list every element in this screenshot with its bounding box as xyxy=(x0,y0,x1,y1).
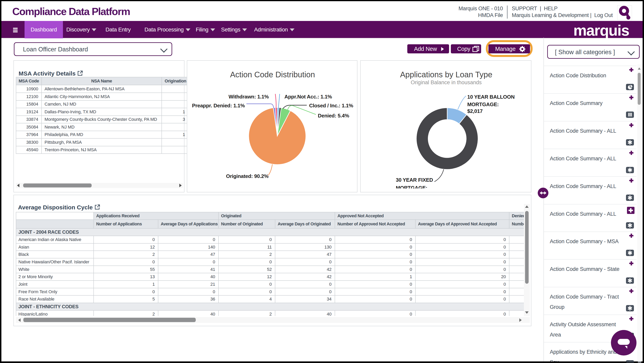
svg-text:MORTGAGE:: MORTGAGE: xyxy=(396,185,427,188)
svg-text:MORTGAGE:: MORTGAGE: xyxy=(467,101,499,107)
svg-text:Withdrawn: 1.1%: Withdrawn: 1.1% xyxy=(228,94,269,100)
svg-text:Appr.Not Acc.: 1.1%: Appr.Not Acc.: 1.1% xyxy=(284,94,332,100)
svg-text:Originated: 90.2%: Originated: 90.2% xyxy=(226,173,268,179)
svg-text:Preappr. Denied: 1.1%: Preappr. Denied: 1.1% xyxy=(192,103,245,108)
svg-text:30 YEAR FIXED: 30 YEAR FIXED xyxy=(396,177,433,183)
svg-text:10 YEAR BALLOON: 10 YEAR BALLOON xyxy=(467,94,514,100)
svg-text:Denied: 5.4%: Denied: 5.4% xyxy=(318,113,349,119)
svg-text:Closed / Inc.: 1.1%: Closed / Inc.: 1.1% xyxy=(309,103,353,108)
svg-text:$2,017: $2,017 xyxy=(467,108,483,114)
